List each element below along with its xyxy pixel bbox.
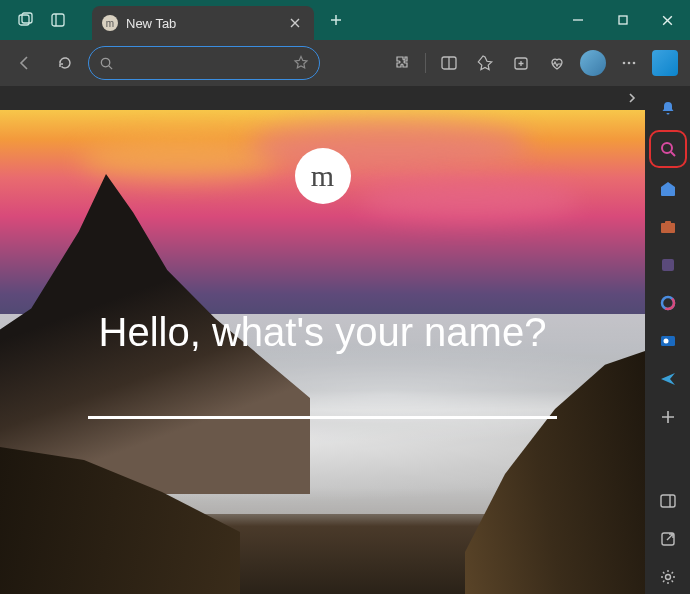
greeting-text: Hello, what's your name?: [0, 310, 645, 355]
address-bar[interactable]: [88, 46, 320, 80]
name-input-line[interactable]: [88, 416, 557, 419]
svg-rect-5: [619, 16, 627, 24]
bell-icon[interactable]: [651, 92, 685, 126]
outlook-icon[interactable]: [651, 324, 685, 358]
copilot-button[interactable]: [648, 46, 682, 80]
send-icon[interactable]: [651, 362, 685, 396]
svg-rect-23: [661, 495, 675, 507]
copilot-icon: [652, 50, 678, 76]
briefcase-icon[interactable]: [651, 210, 685, 244]
settings-icon[interactable]: [651, 560, 685, 594]
svg-line-7: [109, 65, 112, 68]
content-area: m Hello, what's your name?: [0, 86, 645, 594]
svg-rect-16: [661, 223, 675, 233]
svg-rect-17: [665, 221, 671, 224]
window-minimize-button[interactable]: [555, 0, 600, 40]
chevron-right-icon[interactable]: [625, 91, 639, 105]
toolbar: [0, 40, 690, 86]
sidebar-search-button[interactable]: [649, 130, 687, 168]
search-icon: [99, 56, 114, 71]
svg-point-22: [663, 339, 668, 344]
close-tab-button[interactable]: [284, 12, 306, 34]
tab-title: New Tab: [126, 16, 276, 31]
collections-button[interactable]: [504, 46, 538, 80]
svg-point-26: [665, 575, 670, 580]
sidebar-add-button[interactable]: [651, 400, 685, 434]
wellness-button[interactable]: [540, 46, 574, 80]
designer-icon[interactable]: [651, 248, 685, 282]
favorite-star-button[interactable]: [293, 55, 309, 71]
svg-point-13: [633, 62, 636, 65]
split-screen-button[interactable]: [432, 46, 466, 80]
svg-line-15: [671, 152, 675, 156]
refresh-button[interactable]: [48, 46, 82, 80]
tab-actions-icon[interactable]: [44, 6, 72, 34]
popout-icon[interactable]: [651, 522, 685, 556]
browser-tab[interactable]: m New Tab: [92, 6, 314, 40]
svg-point-12: [628, 62, 631, 65]
back-button[interactable]: [8, 46, 42, 80]
window-close-button[interactable]: [645, 0, 690, 40]
svg-rect-18: [662, 259, 674, 271]
more-button[interactable]: [612, 46, 646, 80]
workspaces-icon[interactable]: [12, 6, 40, 34]
microsoft365-icon[interactable]: [651, 286, 685, 320]
new-tab-button[interactable]: [320, 4, 352, 36]
extensions-button[interactable]: [385, 46, 419, 80]
hero-background: m Hello, what's your name?: [0, 110, 645, 594]
sidebar: [645, 86, 690, 594]
toolbar-divider: [425, 53, 426, 73]
svg-rect-2: [52, 14, 64, 26]
svg-point-14: [662, 143, 672, 153]
greeting-logo: m: [295, 148, 351, 204]
favorites-button[interactable]: [468, 46, 502, 80]
panel-icon[interactable]: [651, 484, 685, 518]
profile-button[interactable]: [576, 46, 610, 80]
address-input[interactable]: [122, 56, 293, 71]
profile-avatar: [580, 50, 606, 76]
shopping-tag-icon[interactable]: [651, 172, 685, 206]
svg-point-11: [623, 62, 626, 65]
window-maximize-button[interactable]: [600, 0, 645, 40]
tab-favicon: m: [102, 15, 118, 31]
svg-point-6: [101, 58, 109, 66]
title-bar: m New Tab: [0, 0, 690, 40]
